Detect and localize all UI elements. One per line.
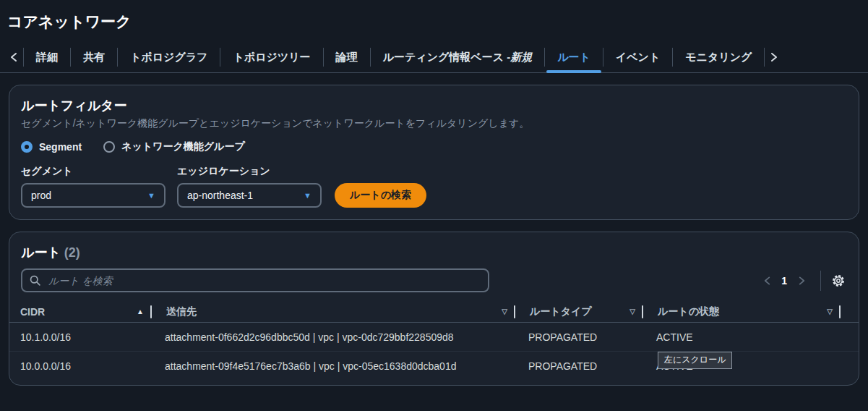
tab-topology-tree[interactable]: トポロジツリー (220, 42, 322, 72)
table-row[interactable]: 10.1.0.0/16 attachment-0f662d2c96dbbc50d… (9, 323, 859, 352)
chevron-left-icon (9, 52, 18, 62)
edge-location-select[interactable]: ap-northeast-1 ▼ (177, 183, 322, 208)
segment-field-label: セグメント (21, 165, 166, 178)
routes-search-input[interactable] (21, 268, 489, 292)
tab-label: トポロジツリー (233, 51, 310, 64)
column-header-route-type[interactable]: ルートタイプ ▽ (515, 305, 642, 318)
cell-destination: attachment-0f662d2c96dbbc50d | vpc | vpc… (150, 331, 514, 343)
cell-cidr: 10.0.0.0/16 (20, 360, 150, 372)
cell-route-state: ACTIVE (642, 331, 838, 343)
route-filter-description: セグメント/ネットワーク機能グループとエッジロケーションでネットワークルートをフ… (21, 117, 847, 130)
tab-details[interactable]: 詳細 (24, 42, 70, 72)
tab-label-new-badge: 新規 (510, 51, 532, 64)
tab-events[interactable]: イベント (603, 42, 672, 72)
cell-route-type: PROPAGATED (514, 360, 642, 372)
route-filter-panel: ルートフィルター セグメント/ネットワーク機能グループとエッジロケーションでネッ… (9, 85, 859, 220)
routes-title-text: ルート (21, 245, 61, 260)
search-icon (29, 274, 41, 287)
column-label: 送信先 (166, 305, 197, 318)
search-routes-button[interactable]: ルートの検索 (335, 183, 426, 208)
caret-down-icon: ▼ (147, 191, 155, 200)
tab-label: ルーティング情報ベース - (383, 51, 511, 64)
tab-label: イベント (616, 51, 660, 64)
tab-topology-graph[interactable]: トポロジグラフ (118, 42, 220, 72)
column-label: ルートの状態 (658, 305, 719, 318)
edge-location-select-value: ap-northeast-1 (187, 190, 253, 201)
segment-select[interactable]: prod ▼ (21, 183, 166, 208)
column-resize-handle[interactable] (839, 305, 841, 318)
tab-label: モニタリング (685, 51, 752, 64)
segment-field: セグメント prod ▼ (21, 165, 166, 208)
cell-destination: attachment-09f4e5176ec7b3a6b | vpc | vpc… (150, 360, 514, 372)
radio-unselected-icon (103, 141, 115, 153)
pagination-next-button[interactable] (791, 271, 812, 291)
scroll-left-tooltip: 左にスクロール (658, 352, 732, 369)
tab-monitoring[interactable]: モニタリング (673, 42, 764, 72)
route-filter-title: ルートフィルター (21, 97, 847, 114)
table-preferences-button[interactable] (830, 272, 847, 289)
column-header-route-state[interactable]: ルートの状態 ▽ (643, 305, 839, 318)
radio-label: Segment (39, 141, 82, 153)
page-title: コアネットワーク (7, 12, 868, 32)
routes-table-header: CIDR ▲ 送信先 ▽ ルートタイプ ▽ ルートの状態 ▽ (9, 301, 859, 323)
cell-route-type: PROPAGATED (514, 331, 642, 343)
column-label: ルートタイプ (530, 305, 592, 318)
edge-location-field: エッジロケーション ap-northeast-1 ▼ (177, 165, 322, 208)
tabs-scroll-left-button[interactable] (4, 42, 23, 72)
column-header-cidr[interactable]: CIDR ▲ (20, 306, 150, 318)
tab-label: 論理 (336, 51, 358, 64)
radio-segment[interactable]: Segment (21, 141, 82, 153)
tab-label: トポロジグラフ (130, 51, 207, 64)
tab-label: 詳細 (36, 51, 58, 64)
routes-search (21, 268, 489, 292)
gear-icon (831, 274, 846, 288)
routes-toolbar: 1 (21, 268, 847, 292)
filter-icon: ▽ (502, 308, 507, 315)
filter-type-radio-group: Segment ネットワーク機能グループ (21, 140, 847, 153)
tab-routes[interactable]: ルート (545, 42, 603, 72)
caret-down-icon: ▼ (304, 191, 311, 200)
radio-selected-icon (21, 141, 33, 153)
tab-sharing[interactable]: 共有 (71, 42, 117, 72)
filter-icon: ▽ (629, 308, 635, 315)
segment-select-value: prod (31, 190, 51, 201)
routes-toolbar-right: 1 (757, 271, 847, 291)
sort-ascending-icon: ▲ (137, 308, 144, 315)
pagination-previous-button[interactable] (757, 271, 777, 291)
radio-network-function-group[interactable]: ネットワーク機能グループ (103, 140, 245, 153)
filter-icon: ▽ (827, 308, 833, 315)
chevron-right-icon (770, 52, 778, 62)
pagination-current-page[interactable]: 1 (781, 275, 787, 287)
filter-fields-row: セグメント prod ▼ エッジロケーション ap-northeast-1 ▼ … (21, 165, 847, 208)
tabs-scroll-right-button[interactable] (765, 42, 783, 72)
tab-bar: 詳細 共有 トポロジグラフ トポロジツリー 論理 ルーティング情報ベース - 新… (0, 42, 868, 73)
column-header-destination[interactable]: 送信先 ▽ (152, 305, 514, 318)
tab-logical[interactable]: 論理 (324, 42, 370, 72)
routes-panel-title: ルート (2) (21, 244, 847, 261)
column-label: CIDR (20, 306, 45, 318)
chevron-right-icon (798, 276, 806, 286)
tab-label: 共有 (83, 51, 105, 64)
radio-label: ネットワーク機能グループ (121, 140, 245, 153)
toolbar-divider (820, 271, 821, 291)
edge-location-field-label: エッジロケーション (177, 165, 322, 178)
tab-label: ルート (557, 51, 590, 64)
routes-count: (2) (64, 245, 80, 260)
tab-routing-information-base[interactable]: ルーティング情報ベース - 新規 (371, 42, 545, 72)
cell-cidr: 10.1.0.0/16 (20, 331, 150, 343)
chevron-left-icon (763, 276, 771, 286)
